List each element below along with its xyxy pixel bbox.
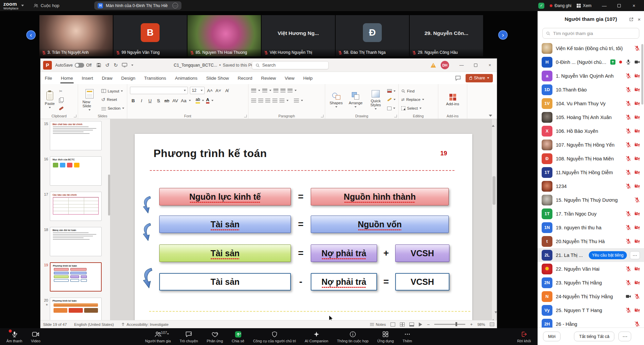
chat-button[interactable]: Trò chuyện <box>175 328 202 345</box>
window-maximize-button[interactable] <box>612 0 626 11</box>
participant-row[interactable]: 1T 17. Trần Ngọc Duy <box>538 207 644 221</box>
equation-operator[interactable]: = <box>291 219 311 230</box>
reading-view-icon[interactable] <box>409 322 414 327</box>
mic-off-icon[interactable] <box>625 73 631 79</box>
participant-row[interactable]: 15. Nguyễn Thị Thuỳ Dương <box>538 193 644 207</box>
tab-shared-screen[interactable]: H Màn hình của 0-Đinh Thị Thu Hiề ⋯ <box>94 1 181 10</box>
chevron-up-icon[interactable] <box>190 333 192 334</box>
equation-box[interactable]: VCSH <box>395 273 449 291</box>
tab-options-icon[interactable]: ⋯ <box>172 3 178 8</box>
find-button[interactable]: Find <box>401 87 424 95</box>
reset-button[interactable]: ↺Reset <box>101 96 124 103</box>
equation-box[interactable]: Nguồn vốn <box>311 216 449 233</box>
save-icon[interactable] <box>96 63 101 68</box>
ribbon-tab[interactable]: Slide Show <box>202 72 233 84</box>
ppt-minimize-button[interactable]: — <box>454 59 469 72</box>
next-slide-icon[interactable] <box>495 311 497 319</box>
ribbon-tab[interactable]: Record <box>233 72 257 84</box>
apps-button[interactable]: Ứng dụng <box>373 328 398 345</box>
next-videos-button[interactable]: › <box>498 30 508 40</box>
align-center-icon[interactable] <box>258 99 263 103</box>
participant-row[interactable]: 22. Nguyễn Văn Hai <box>538 262 644 276</box>
ribbon-tab[interactable]: File <box>40 72 57 84</box>
normal-view-icon[interactable] <box>391 322 395 327</box>
video-tile[interactable]: Việt Hương Ng... Việt Hương Nguyễn Thị <box>262 15 335 56</box>
chevron-up-icon[interactable] <box>386 333 388 334</box>
shape-fill-button[interactable] <box>387 87 396 95</box>
equation-operator[interactable]: - <box>291 276 311 287</box>
participants-button[interactable]: 107 Người tham gia <box>141 328 175 345</box>
tab-meeting[interactable]: Cuộc họp <box>29 0 64 11</box>
change-case-icon[interactable]: Aa <box>180 98 187 103</box>
window-close-button[interactable]: × <box>626 0 641 11</box>
mic-off-icon[interactable] <box>625 225 631 230</box>
participant-row[interactable]: 105. Hoàng Thị Anh Xuân <box>538 110 644 124</box>
previous-videos-button[interactable]: ‹ <box>26 30 36 40</box>
equation-operator[interactable]: = <box>291 248 311 259</box>
participant-row[interactable]: 107. Nguyễn Thị Hồng Yến <box>538 138 644 152</box>
leave-meeting-button[interactable]: Rời khỏi <box>513 328 535 345</box>
highlight-color-icon[interactable]: ab <box>196 98 200 103</box>
search-participants-input[interactable]: Tìm người tham gia <box>542 28 639 39</box>
dialog-launcher-icon[interactable] <box>394 115 397 117</box>
more-button[interactable]: Thêm <box>398 328 416 345</box>
equation-operator[interactable]: = <box>377 276 395 287</box>
zoom-out-icon[interactable]: − <box>427 322 430 327</box>
mic-off-icon[interactable] <box>634 45 640 51</box>
chevron-down-icon[interactable] <box>21 5 24 6</box>
camera-on-icon[interactable] <box>625 294 631 299</box>
mic-off-icon[interactable] <box>625 114 631 120</box>
meeting-info-button[interactable]: Thông tin cuộc họp <box>333 328 373 345</box>
security-shield-icon[interactable]: ✓ <box>538 3 544 9</box>
fit-to-window-icon[interactable] <box>490 322 494 326</box>
increase-indent-icon[interactable] <box>280 88 285 92</box>
zoom-percentage[interactable]: 98% <box>477 322 485 327</box>
decrease-font-icon[interactable]: A˅ <box>215 88 222 93</box>
quick-styles-button[interactable]: Quick Styles <box>367 86 384 113</box>
participant-more-button[interactable] <box>630 251 640 259</box>
equation-box[interactable]: Tài sản <box>159 273 291 291</box>
ppt-close-button[interactable]: × <box>483 59 497 72</box>
slide-scrollbar[interactable] <box>492 119 496 320</box>
notes-button[interactable]: Notes <box>370 322 386 327</box>
invite-button[interactable]: Mời <box>543 332 561 341</box>
slide-sorter-view-icon[interactable] <box>400 322 405 327</box>
participant-row[interactable]: a 1. Nguyễn Vân Quỳnh Anh <box>538 69 644 83</box>
camera-off-icon[interactable] <box>634 266 640 272</box>
mic-off-icon[interactable] <box>625 101 631 106</box>
ask-to-unmute-button[interactable]: Yêu cầu bật tiếng <box>589 251 627 259</box>
ribbon-tab[interactable]: Insert <box>77 72 98 84</box>
ribbon-tab[interactable]: View <box>280 72 299 84</box>
participant-row[interactable]: 1D 10.Thanh Đào <box>538 83 644 97</box>
increase-font-icon[interactable]: A˄ <box>207 88 213 93</box>
equation-box[interactable]: Tài sản <box>159 244 291 262</box>
slide-thumbnail[interactable]: Bản chất báo cáo tài chính <box>50 121 102 150</box>
window-minimize-button[interactable]: — <box>597 0 612 11</box>
ribbon-tab[interactable]: Draw <box>98 72 117 84</box>
camera-off-icon[interactable] <box>634 142 640 148</box>
slide-thumbnail[interactable]: Phương trình kế toán <box>50 262 102 292</box>
scroll-up-icon[interactable] <box>492 119 495 127</box>
accessibility-status[interactable]: Accessibility: Investigate <box>121 322 169 327</box>
quick-access-chevron-icon[interactable] <box>131 65 133 66</box>
mic-off-icon[interactable] <box>625 156 631 161</box>
search-input[interactable]: Search <box>252 61 329 69</box>
ribbon-tab[interactable]: Review <box>257 72 280 84</box>
participant-row[interactable]: 2H 26 - Hằng <box>538 317 644 328</box>
document-title[interactable]: C1_Tongquan_BCTC... • Saved to this PC <box>174 63 258 68</box>
mic-off-icon[interactable] <box>625 169 631 175</box>
video-tile[interactable]: Đ 58. Đào Thị Thanh Nga <box>336 15 409 56</box>
participant-row[interactable]: H 0-Đinh ... (Người chủ trì) <box>538 55 644 69</box>
strikethrough-icon[interactable]: ab <box>164 98 170 103</box>
toggle-icon[interactable] <box>75 63 84 68</box>
equation-operator[interactable]: + <box>377 248 395 259</box>
camera-off-icon[interactable] <box>634 280 640 285</box>
format-painter-button[interactable] <box>59 105 64 112</box>
mic-off-icon[interactable] <box>625 307 631 313</box>
ribbon-tab[interactable]: Transitions <box>140 72 171 84</box>
participant-row[interactable]: t 20.Nguyễn Thị Thu Hà <box>538 234 644 248</box>
paste-button[interactable]: Paste <box>43 86 56 113</box>
video-tile[interactable]: 29. Nguyễn Côn... 29. Nguyễn Công Hầu <box>410 15 483 56</box>
equation-box[interactable]: Tài sản <box>159 216 291 233</box>
camera-off-icon[interactable] <box>634 307 640 313</box>
